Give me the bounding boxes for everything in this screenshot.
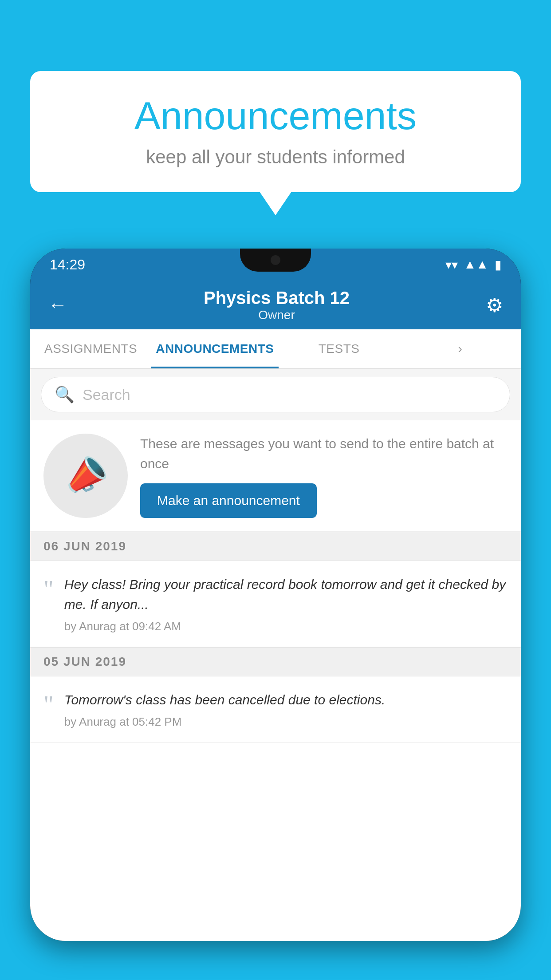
phone-notch bbox=[240, 249, 311, 272]
announcement-text-1: Hey class! Bring your practical record b… bbox=[64, 574, 508, 614]
quote-icon-2: " bbox=[43, 692, 54, 717]
date-separator-2: 05 JUN 2019 bbox=[30, 647, 521, 676]
announcement-item-2[interactable]: " Tomorrow's class has been cancelled du… bbox=[30, 676, 521, 743]
tabs-bar: ASSIGNMENTS ANNOUNCEMENTS TESTS › bbox=[30, 329, 521, 369]
date-separator-1: 06 JUN 2019 bbox=[30, 532, 521, 561]
announcement-meta-1: by Anurag at 09:42 AM bbox=[64, 620, 508, 633]
status-time: 14:29 bbox=[50, 257, 85, 273]
make-announcement-button[interactable]: Make an announcement bbox=[140, 483, 317, 518]
wifi-icon: ▾▾ bbox=[445, 257, 458, 272]
announcement-item-1[interactable]: " Hey class! Bring your practical record… bbox=[30, 561, 521, 647]
phone-device: 14:29 ▾▾ ▲▲ ▮ ← Physics Batch 12 Owner ⚙ bbox=[30, 249, 521, 941]
tab-tests[interactable]: TESTS bbox=[279, 329, 400, 368]
batch-title: Physics Batch 12 bbox=[67, 288, 486, 308]
announcement-content-1: Hey class! Bring your practical record b… bbox=[64, 574, 508, 633]
app-header: ← Physics Batch 12 Owner ⚙ bbox=[30, 281, 521, 329]
search-bar-container: 🔍 Search bbox=[30, 369, 521, 420]
quote-icon-1: " bbox=[43, 577, 54, 602]
speech-bubble: Announcements keep all your students inf… bbox=[30, 71, 521, 192]
announcement-text-2: Tomorrow's class has been cancelled due … bbox=[64, 690, 508, 710]
search-icon: 🔍 bbox=[55, 385, 75, 404]
announcement-content-2: Tomorrow's class has been cancelled due … bbox=[64, 690, 508, 729]
header-title-block: Physics Batch 12 Owner bbox=[67, 288, 486, 322]
promo-section: 📣 These are messages you want to send to… bbox=[30, 420, 521, 532]
bubble-subtitle: keep all your students informed bbox=[57, 146, 494, 168]
tab-more[interactable]: › bbox=[400, 329, 521, 368]
bubble-title: Announcements bbox=[57, 93, 494, 138]
settings-icon[interactable]: ⚙ bbox=[486, 294, 503, 316]
search-bar[interactable]: 🔍 Search bbox=[41, 377, 510, 412]
promo-icon-circle: 📣 bbox=[43, 434, 128, 518]
promo-description: These are messages you want to send to t… bbox=[140, 434, 508, 474]
tab-assignments[interactable]: ASSIGNMENTS bbox=[30, 329, 151, 368]
status-bar: 14:29 ▾▾ ▲▲ ▮ bbox=[30, 249, 521, 281]
megaphone-icon: 📣 bbox=[58, 449, 114, 503]
batch-role: Owner bbox=[67, 308, 486, 322]
search-placeholder: Search bbox=[83, 386, 130, 403]
speech-bubble-container: Announcements keep all your students inf… bbox=[30, 71, 521, 192]
phone-wrapper: 14:29 ▾▾ ▲▲ ▮ ← Physics Batch 12 Owner ⚙ bbox=[30, 249, 521, 980]
back-button[interactable]: ← bbox=[48, 294, 67, 316]
tab-announcements[interactable]: ANNOUNCEMENTS bbox=[151, 329, 278, 368]
battery-icon: ▮ bbox=[495, 257, 501, 272]
status-icons: ▾▾ ▲▲ ▮ bbox=[445, 257, 501, 272]
signal-icon: ▲▲ bbox=[464, 257, 488, 272]
announcement-meta-2: by Anurag at 05:42 PM bbox=[64, 715, 508, 729]
phone-screen: 🔍 Search 📣 These are messages you want t… bbox=[30, 369, 521, 941]
phone-inner: 14:29 ▾▾ ▲▲ ▮ ← Physics Batch 12 Owner ⚙ bbox=[30, 249, 521, 941]
camera-dot bbox=[271, 255, 280, 265]
promo-content: These are messages you want to send to t… bbox=[140, 434, 508, 518]
